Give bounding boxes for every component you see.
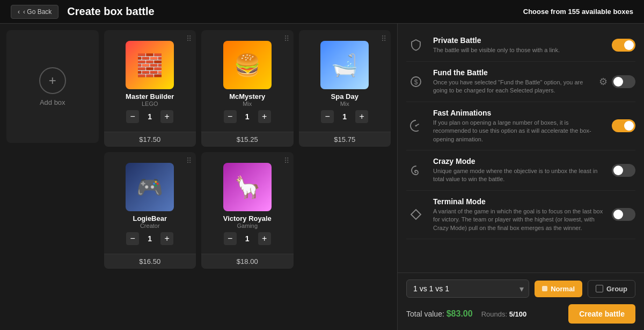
drag-handle-icon[interactable]: ⠿ (284, 34, 289, 43)
option-title: Terminal Mode (433, 197, 604, 206)
option-controls (612, 208, 635, 221)
box-price: $16.50 (104, 254, 196, 269)
qty-control: − 1 + (207, 110, 288, 123)
right-bottom: 1 vs 1 vs 1 1 vs 1 1 vs 1 vs 1 vs 1 2 vs… (398, 272, 644, 330)
qty-value: 1 (144, 112, 155, 121)
option-controls: ⚙ (599, 75, 635, 88)
option-fast-animations: Fast Animations If you plan on opening a… (406, 102, 635, 150)
total-amount: $83.00 (447, 309, 473, 318)
option-desc: If you plan on opening a large number of… (433, 119, 604, 144)
speed-icon (406, 116, 426, 135)
left-panel: + Add box ⠿ 🧱 Master Builder LEGO − 1 + … (0, 24, 397, 330)
list-item: ⠿ 🛁 Spa Day Mix − 1 + $15.75 (299, 30, 391, 147)
box-price: $18.00 (201, 254, 294, 269)
svg-point-2 (415, 125, 417, 127)
main-layout: + Add box ⠿ 🧱 Master Builder LEGO − 1 + … (0, 24, 644, 330)
box-name: LogieBear (133, 214, 167, 223)
option-desc: The battle will be visible only to those… (433, 46, 604, 54)
list-item: ⠿ 🍔 McMystery Mix − 1 + $15.25 (201, 30, 294, 147)
option-title: Fast Animations (433, 109, 604, 117)
box-image: 🛁 (320, 41, 369, 89)
drag-handle-icon[interactable]: ⠿ (381, 34, 386, 43)
terminal-mode-toggle[interactable] (612, 208, 635, 221)
option-text: Private Battle The battle will be visibl… (433, 36, 604, 54)
qty-control: − 1 + (207, 232, 288, 245)
header: ‹ ‹ Go Back Create box battle Choose fro… (0, 0, 644, 24)
option-fund-battle: $ Fund the Battle Once you have selected… (406, 62, 635, 102)
qty-control: − 1 + (109, 232, 191, 245)
qty-increase-button[interactable]: + (258, 110, 271, 123)
option-title: Private Battle (433, 36, 604, 45)
option-controls (612, 119, 635, 132)
create-battle-button[interactable]: Create battle (568, 304, 635, 324)
vs-select-wrapper: 1 vs 1 vs 1 1 vs 1 1 vs 1 vs 1 vs 1 2 vs… (406, 279, 529, 298)
group-label: Group (606, 285, 627, 293)
swirl-icon (406, 161, 426, 180)
qty-decrease-button[interactable]: − (126, 232, 139, 245)
box-category: Gaming (237, 223, 258, 229)
box-name: Victory Royale (223, 214, 272, 223)
box-image: 🧱 (126, 41, 174, 89)
fast-animations-toggle[interactable] (612, 119, 635, 132)
vs-select[interactable]: 1 vs 1 vs 1 1 vs 1 1 vs 1 vs 1 vs 1 2 vs… (406, 279, 529, 298)
box-category: Mix (243, 101, 252, 107)
box-category: LEGO (142, 101, 158, 107)
private-battle-toggle[interactable] (612, 39, 635, 52)
qty-decrease-button[interactable]: − (224, 110, 237, 123)
rounds-label: Rounds: (481, 310, 507, 318)
qty-increase-button[interactable]: + (160, 232, 173, 245)
box-image: 🎮 (126, 163, 174, 211)
box-name: McMystery (229, 92, 265, 101)
option-desc: A variant of the game in which the goal … (433, 207, 604, 232)
right-panel: Private Battle The battle will be visibl… (397, 24, 644, 330)
qty-increase-button[interactable]: + (160, 110, 173, 123)
crazy-mode-toggle[interactable] (612, 164, 635, 177)
gear-icon-button[interactable]: ⚙ (599, 76, 608, 88)
options-list: Private Battle The battle will be visibl… (398, 24, 644, 272)
option-private-battle: Private Battle The battle will be visibl… (406, 29, 635, 62)
qty-control: − 1 + (109, 110, 191, 123)
add-box-card[interactable]: + Add box (6, 30, 99, 143)
box-price: $17.50 (104, 132, 196, 147)
box-price: $15.75 (299, 132, 391, 147)
available-boxes-info: Choose from 155 available boxes (523, 8, 633, 16)
back-arrow-icon: ‹ (18, 8, 20, 16)
qty-value: 1 (242, 234, 253, 243)
drag-handle-icon[interactable]: ⠿ (186, 34, 192, 43)
go-back-button[interactable]: ‹ ‹ Go Back (11, 5, 58, 19)
qty-increase-button[interactable]: + (355, 110, 368, 123)
box-name: Master Builder (126, 92, 174, 101)
footer-info: Total value: $83.00 Rounds: 5/100 (406, 309, 526, 319)
normal-dot-icon (542, 286, 547, 291)
qty-decrease-button[interactable]: − (321, 110, 334, 123)
list-item: ⠿ 🧱 Master Builder LEGO − 1 + $17.50 (104, 30, 196, 147)
qty-decrease-button[interactable]: − (126, 110, 139, 123)
total-label: Total value: (406, 310, 444, 318)
drag-handle-icon[interactable]: ⠿ (284, 156, 289, 165)
group-checkbox-icon (596, 285, 603, 292)
drag-handle-icon[interactable]: ⠿ (186, 156, 192, 165)
option-desc: Unique game mode where the objective is … (433, 167, 604, 184)
qty-value: 1 (339, 112, 350, 121)
qty-increase-button[interactable]: + (258, 232, 271, 245)
box-category: Mix (340, 101, 349, 107)
boxes-grid: + Add box ⠿ 🧱 Master Builder LEGO − 1 + … (6, 30, 391, 269)
option-terminal-mode: Terminal Mode A variant of the game in w… (406, 191, 635, 239)
available-count: 155 (568, 8, 580, 16)
dollar-icon: $ (406, 72, 426, 91)
qty-decrease-button[interactable]: − (224, 232, 237, 245)
go-back-label: ‹ Go Back (23, 8, 52, 16)
group-mode-button[interactable]: Group (588, 280, 635, 298)
normal-label: Normal (551, 285, 575, 293)
rounds-info: Rounds: 5/100 (481, 310, 527, 318)
mode-row: 1 vs 1 vs 1 1 vs 1 1 vs 1 vs 1 vs 1 2 vs… (406, 279, 635, 298)
box-name: Spa Day (331, 92, 358, 101)
header-left: ‹ ‹ Go Back Create box battle (11, 5, 155, 19)
option-desc: Once you have selected "Fund the Battle"… (433, 78, 591, 95)
fund-battle-toggle[interactable] (612, 75, 635, 88)
qty-control: − 1 + (304, 110, 386, 123)
normal-mode-button[interactable]: Normal (535, 281, 582, 297)
box-price: $15.25 (201, 132, 294, 147)
add-box-label: Add box (40, 98, 65, 106)
page-title: Create box battle (67, 5, 154, 18)
